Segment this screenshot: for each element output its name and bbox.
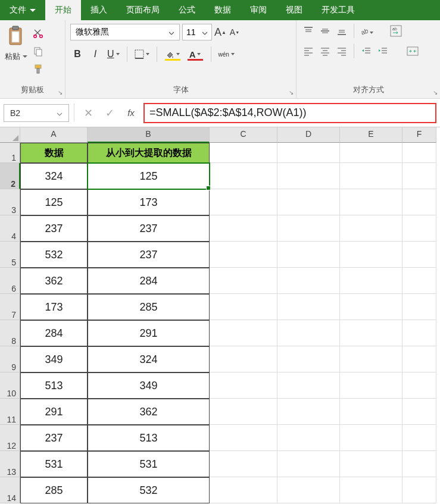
cell-F1[interactable] bbox=[402, 143, 436, 163]
cell-B5[interactable]: 237 bbox=[88, 242, 210, 268]
cell-F4[interactable] bbox=[402, 215, 436, 242]
row-header[interactable]: 2 bbox=[0, 163, 20, 189]
cell-C2[interactable] bbox=[210, 163, 277, 189]
column-header-F[interactable]: F bbox=[402, 127, 436, 143]
formula-input[interactable]: =SMALL($A$2:$A$14,ROW(A1)) bbox=[143, 103, 436, 123]
cell-C8[interactable] bbox=[210, 320, 277, 346]
cell-F2[interactable] bbox=[402, 163, 436, 189]
wrap-text-icon[interactable]: ab bbox=[389, 24, 403, 38]
cell-C5[interactable] bbox=[210, 242, 277, 268]
cell-A1[interactable]: 数据 bbox=[20, 143, 88, 163]
align-right-icon[interactable] bbox=[335, 44, 349, 58]
row-header[interactable]: 14 bbox=[0, 477, 20, 503]
row-header[interactable]: 13 bbox=[0, 451, 20, 477]
column-header-B[interactable]: B bbox=[88, 127, 210, 143]
copy-icon[interactable] bbox=[32, 45, 44, 57]
row-header[interactable]: 5 bbox=[0, 242, 20, 268]
cell-F5[interactable] bbox=[402, 242, 436, 268]
cell-A12[interactable]: 237 bbox=[20, 425, 88, 451]
cell-B8[interactable]: 291 bbox=[88, 320, 210, 346]
cell-A14[interactable]: 285 bbox=[20, 477, 88, 503]
paste-button[interactable]: 粘贴 bbox=[5, 51, 27, 62]
bold-button[interactable]: B bbox=[70, 46, 85, 62]
tab-view[interactable]: 视图 bbox=[276, 0, 312, 20]
cell-A2[interactable]: 324 bbox=[20, 163, 88, 189]
cell-B10[interactable]: 349 bbox=[88, 372, 210, 399]
cell-B12[interactable]: 513 bbox=[88, 425, 210, 451]
cell-D14[interactable] bbox=[277, 477, 340, 503]
align-bottom-icon[interactable] bbox=[335, 24, 349, 38]
cell-C6[interactable] bbox=[210, 268, 277, 294]
cell-F10[interactable] bbox=[402, 372, 436, 399]
cell-D2[interactable] bbox=[277, 163, 340, 189]
merge-center-icon[interactable] bbox=[405, 44, 420, 58]
underline-button[interactable]: U bbox=[106, 46, 121, 62]
cell-F14[interactable] bbox=[402, 477, 436, 503]
cell-D8[interactable] bbox=[277, 320, 340, 346]
cell-A7[interactable]: 173 bbox=[20, 294, 88, 320]
cell-A10[interactable]: 513 bbox=[20, 372, 88, 399]
cell-E7[interactable] bbox=[340, 294, 402, 320]
cell-E9[interactable] bbox=[340, 346, 402, 372]
increase-indent-icon[interactable] bbox=[376, 44, 390, 58]
row-header[interactable]: 9 bbox=[0, 346, 20, 372]
cell-B2[interactable]: 125 bbox=[88, 163, 210, 189]
cell-B7[interactable]: 285 bbox=[88, 294, 210, 320]
align-center-icon[interactable] bbox=[318, 44, 332, 58]
column-header-A[interactable]: A bbox=[20, 127, 88, 143]
italic-button[interactable]: I bbox=[88, 46, 102, 62]
cell-E2[interactable] bbox=[340, 163, 402, 189]
tab-developer[interactable]: 开发工具 bbox=[312, 0, 364, 20]
cell-B11[interactable]: 362 bbox=[88, 399, 210, 425]
row-header[interactable]: 8 bbox=[0, 320, 20, 346]
cancel-formula-icon[interactable]: ✕ bbox=[79, 105, 97, 121]
cell-B4[interactable]: 237 bbox=[88, 215, 210, 242]
cell-C9[interactable] bbox=[210, 346, 277, 372]
cell-D6[interactable] bbox=[277, 268, 340, 294]
row-header[interactable]: 11 bbox=[0, 399, 20, 425]
font-launcher-icon[interactable]: ↘ bbox=[289, 89, 294, 96]
tab-review[interactable]: 审阅 bbox=[241, 0, 276, 20]
cell-A6[interactable]: 362 bbox=[20, 268, 88, 294]
tab-page-layout[interactable]: 页面布局 bbox=[117, 0, 169, 20]
font-size-select[interactable]: 11 bbox=[182, 24, 212, 40]
clipboard-launcher-icon[interactable]: ↘ bbox=[58, 89, 63, 96]
cell-C13[interactable] bbox=[210, 451, 277, 477]
alignment-launcher-icon[interactable]: ↘ bbox=[433, 89, 438, 96]
column-header-D[interactable]: D bbox=[277, 127, 340, 143]
tab-insert[interactable]: 插入 bbox=[81, 0, 117, 20]
cell-E1[interactable] bbox=[340, 143, 402, 163]
font-name-select[interactable]: 微软雅黑 bbox=[70, 24, 180, 40]
cell-C10[interactable] bbox=[210, 372, 277, 399]
cell-D13[interactable] bbox=[277, 451, 340, 477]
cell-A4[interactable]: 237 bbox=[20, 215, 88, 242]
cell-A9[interactable]: 349 bbox=[20, 346, 88, 372]
cell-E6[interactable] bbox=[340, 268, 402, 294]
cell-B14[interactable]: 532 bbox=[88, 477, 210, 503]
row-header[interactable]: 6 bbox=[0, 268, 20, 294]
borders-icon[interactable] bbox=[133, 46, 151, 62]
column-header-C[interactable]: C bbox=[210, 127, 277, 143]
cell-D1[interactable] bbox=[277, 143, 340, 163]
cell-E4[interactable] bbox=[340, 215, 402, 242]
grow-font-icon[interactable]: A▲ bbox=[214, 24, 226, 40]
insert-function-icon[interactable]: fx bbox=[122, 105, 140, 121]
cell-D5[interactable] bbox=[277, 242, 340, 268]
cell-C12[interactable] bbox=[210, 425, 277, 451]
cell-F6[interactable] bbox=[402, 268, 436, 294]
cell-F7[interactable] bbox=[402, 294, 436, 320]
cell-B13[interactable]: 531 bbox=[88, 451, 210, 477]
cell-E3[interactable] bbox=[340, 189, 402, 215]
cell-C3[interactable] bbox=[210, 189, 277, 215]
tab-data[interactable]: 数据 bbox=[205, 0, 241, 20]
accept-formula-icon[interactable]: ✓ bbox=[101, 105, 118, 121]
orientation-icon[interactable]: ab bbox=[359, 24, 373, 38]
cell-D3[interactable] bbox=[277, 189, 340, 215]
cell-C7[interactable] bbox=[210, 294, 277, 320]
cell-E14[interactable] bbox=[340, 477, 402, 503]
cell-B3[interactable]: 173 bbox=[88, 189, 210, 215]
cell-D12[interactable] bbox=[277, 425, 340, 451]
cell-D4[interactable] bbox=[277, 215, 340, 242]
cell-F13[interactable] bbox=[402, 451, 436, 477]
row-header[interactable]: 12 bbox=[0, 425, 20, 451]
